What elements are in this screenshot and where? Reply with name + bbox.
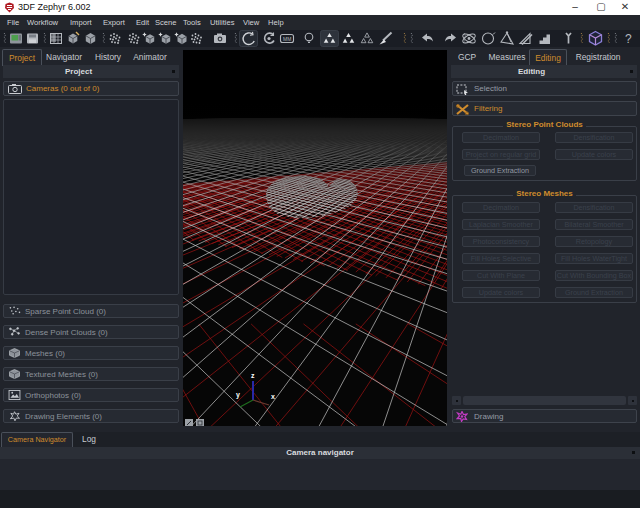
svg-text:?: ? (625, 32, 632, 46)
svg-text:MM: MM (283, 36, 291, 42)
svg-text:x: x (271, 393, 275, 400)
svg-text:z: z (251, 372, 255, 379)
svg-text:y: y (236, 391, 240, 399)
